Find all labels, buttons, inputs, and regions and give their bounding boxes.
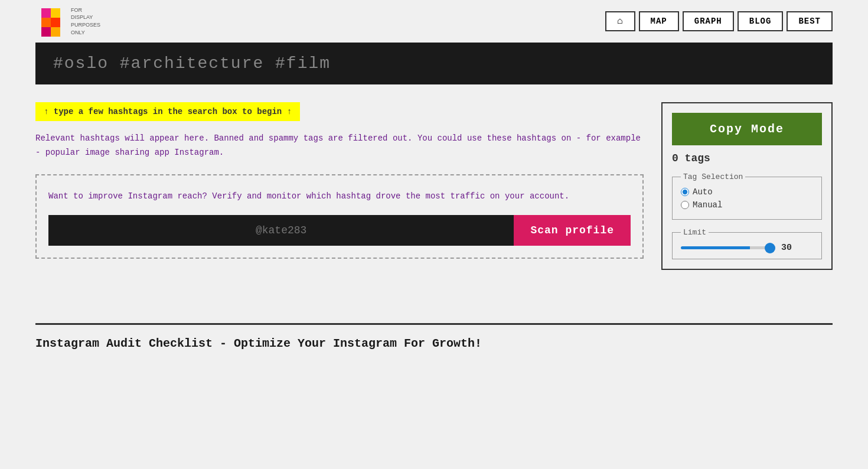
hint-text: ↑ type a few hashtags in the search box …	[44, 107, 292, 116]
manual-label: Manual	[693, 200, 722, 210]
left-panel: ↑ type a few hashtags in the search box …	[35, 102, 644, 259]
scan-input[interactable]	[48, 215, 514, 246]
navbar: FORDISPLAYPURPOSESONLY ⌂ MAP GRAPH BLOG …	[0, 0, 868, 43]
graph-link[interactable]: GRAPH	[683, 11, 734, 31]
logo-area: FORDISPLAYPURPOSESONLY	[35, 6, 100, 37]
hint-box: ↑ type a few hashtags in the search box …	[35, 102, 300, 121]
logo-icon	[35, 6, 66, 37]
dashed-box-text: Want to improve Instagram reach? Verify …	[48, 190, 631, 204]
copy-mode-button[interactable]: Copy Mode	[672, 113, 822, 145]
scan-row: Scan profile	[48, 215, 631, 246]
tag-selection-fieldset: Tag Selection Auto Manual	[672, 172, 822, 220]
svg-marker-2	[41, 18, 51, 27]
footer-heading: Instagram Audit Checklist - Optimize You…	[0, 325, 868, 362]
right-panel: Copy Mode 0 tags Tag Selection Auto Manu…	[661, 102, 833, 270]
svg-marker-1	[51, 8, 60, 18]
logo-text: FORDISPLAYPURPOSESONLY	[71, 6, 100, 36]
tag-count: 0 tags	[672, 152, 822, 164]
slider-row: 30	[681, 243, 813, 253]
manual-radio-label[interactable]: Manual	[681, 200, 813, 210]
manual-radio[interactable]	[681, 201, 689, 209]
svg-marker-5	[51, 27, 60, 37]
limit-legend: Limit	[681, 228, 709, 237]
dashed-box: Want to improve Instagram reach? Verify …	[35, 174, 644, 259]
map-link[interactable]: MAP	[639, 11, 679, 31]
blog-link[interactable]: BLOG	[738, 11, 784, 31]
auto-label: Auto	[693, 187, 713, 197]
best-link[interactable]: BEST	[787, 11, 833, 31]
search-bar-container: #oslo #architecture #film	[35, 43, 833, 84]
svg-marker-0	[41, 8, 51, 18]
auto-radio[interactable]	[681, 188, 689, 196]
scan-profile-button[interactable]: Scan profile	[514, 215, 631, 246]
tag-selection-legend: Tag Selection	[681, 172, 745, 181]
search-bar-placeholder: #oslo #architecture #film	[53, 54, 331, 73]
limit-fieldset: Limit 30	[672, 228, 822, 259]
right-box: Copy Mode 0 tags Tag Selection Auto Manu…	[661, 102, 833, 270]
nav-links: ⌂ MAP GRAPH BLOG BEST	[605, 11, 833, 31]
svg-marker-3	[41, 27, 51, 37]
main-content: ↑ type a few hashtags in the search box …	[0, 84, 868, 288]
svg-marker-4	[51, 18, 60, 27]
limit-slider[interactable]	[681, 246, 775, 249]
limit-value: 30	[781, 243, 792, 253]
description-text: Relevant hashtags will appear here. Bann…	[35, 132, 644, 160]
auto-radio-label[interactable]: Auto	[681, 187, 813, 197]
home-link[interactable]: ⌂	[605, 11, 635, 31]
